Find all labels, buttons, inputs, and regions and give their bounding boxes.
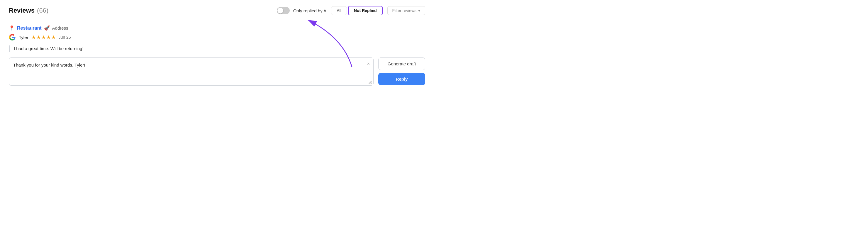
reviewer-row: Tyler ★ ★ ★ ★ ★ Jun 25 (9, 34, 425, 41)
star-4: ★ (46, 34, 51, 40)
google-icon (9, 34, 16, 41)
star-5: ★ (51, 34, 56, 40)
reply-area: × Generate draft Reply (9, 58, 425, 86)
filter-reviews-label: Filter reviews (392, 8, 416, 13)
restaurant-row: 📍 Restaurant 🚀 Address (9, 25, 425, 31)
review-section: 📍 Restaurant 🚀 Address Tyler ★ ★ ★ ★ ★ J… (9, 22, 425, 89)
star-rating: ★ ★ ★ ★ ★ (31, 34, 56, 40)
location-pin-icon: 📍 (9, 25, 15, 31)
filter-not-replied-button[interactable]: Not Replied (348, 6, 383, 15)
action-buttons: Generate draft Reply (378, 58, 425, 85)
filter-all-button[interactable]: All (331, 6, 347, 15)
review-text-block: I had a great time. Will be returning! (9, 45, 425, 52)
filter-group: All Not Replied (331, 6, 383, 15)
reply-textarea[interactable] (9, 58, 373, 84)
star-1: ★ (31, 34, 36, 40)
header-left: Reviews (66) (9, 7, 49, 14)
page-header: Reviews (66) Only replied by AI All Not … (9, 6, 425, 15)
filter-reviews-button[interactable]: Filter reviews ▾ (388, 6, 425, 15)
restaurant-emoji: 🚀 (44, 25, 50, 31)
clear-reply-button[interactable]: × (367, 61, 370, 67)
page-title: Reviews (9, 7, 35, 14)
header-right: Only replied by AI All Not Replied Filte… (277, 6, 425, 15)
reply-textarea-wrapper: × (9, 58, 374, 86)
reply-button[interactable]: Reply (378, 73, 425, 85)
star-3: ★ (41, 34, 46, 40)
review-text: I had a great time. Will be returning! (14, 45, 425, 52)
reviewer-name: Tyler (19, 35, 28, 40)
restaurant-name: Restaurant (17, 26, 42, 31)
ai-replied-label: Only replied by AI (293, 8, 328, 13)
review-date: Jun 25 (59, 35, 71, 39)
restaurant-address: Address (52, 26, 68, 31)
star-2: ★ (36, 34, 41, 40)
chevron-down-icon: ▾ (418, 8, 420, 13)
resize-handle (369, 81, 372, 84)
reviews-count: (66) (37, 7, 49, 14)
generate-draft-button[interactable]: Generate draft (378, 58, 425, 70)
ai-replied-toggle[interactable] (277, 7, 290, 14)
